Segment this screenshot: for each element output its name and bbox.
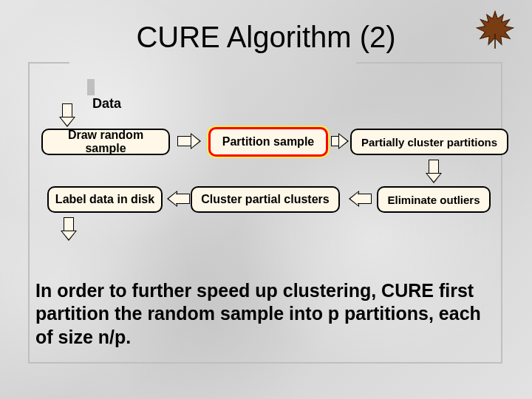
maple-leaf-icon	[474, 9, 516, 50]
body-text: In order to further speed up clustering,…	[35, 279, 497, 349]
box-label-data-in-disk: Label data in disk	[47, 186, 163, 213]
slide-title: CURE Algorithm (2)	[0, 21, 532, 54]
data-label: Data	[92, 96, 121, 112]
box-partition-sample: Partition sample	[208, 127, 328, 157]
box-cluster-partial-clusters: Cluster partial clusters	[191, 186, 340, 213]
box-draw-random-sample: Draw random sample	[41, 129, 170, 155]
box-eliminate-outliers: Eliminate outliers	[377, 186, 491, 213]
box-partially-cluster-partitions: Partially cluster partitions	[350, 129, 508, 155]
